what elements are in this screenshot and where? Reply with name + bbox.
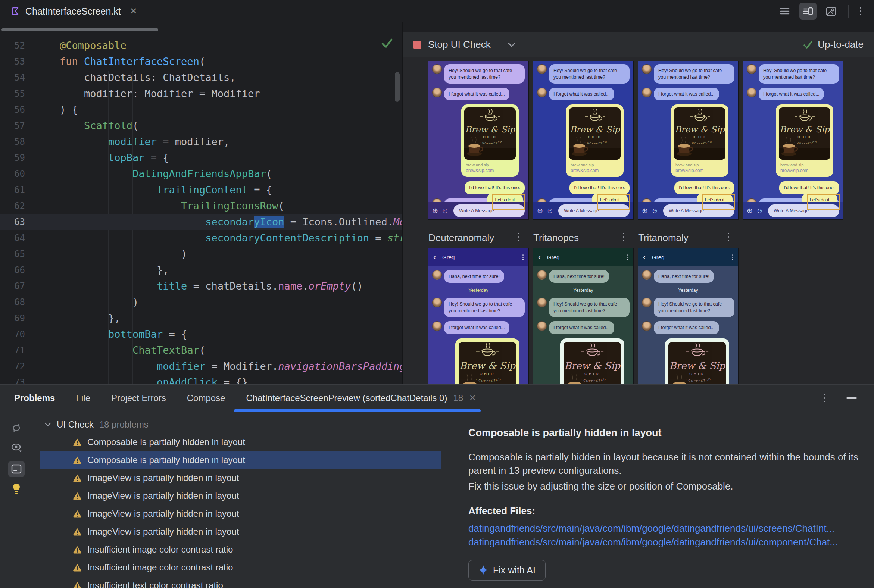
back-icon[interactable]: ‹ xyxy=(643,253,646,261)
code-line[interactable]: 59 topBar = { xyxy=(0,150,402,166)
chat-bubble-incoming: I forgot what it was called... xyxy=(759,88,824,100)
chat-screen-preview[interactable]: ‹GregHaha, next time for sure!YesterdayH… xyxy=(638,249,738,384)
code-line[interactable]: 61 trailingContent = { xyxy=(0,182,402,198)
code-line[interactable]: 71 ChatTextBar( xyxy=(0,342,402,358)
emoji-icon[interactable]: ☺ xyxy=(651,207,658,214)
problems-group-header[interactable]: UI Check 18 problems xyxy=(33,416,451,433)
problem-item[interactable]: ImageView is partially hidden in layout xyxy=(33,505,451,523)
chevron-down-icon[interactable] xyxy=(508,42,516,47)
chat-title: Greg xyxy=(547,254,627,260)
code-line[interactable]: 64 secondaryContentDescription = strin xyxy=(0,230,402,246)
chat-screen-preview[interactable]: Hey! Should we go to that cafe you menti… xyxy=(428,61,529,219)
refresh-icon[interactable] xyxy=(11,422,23,434)
code-token: TrailingIconsRow xyxy=(181,200,278,212)
preview-toolbar: Stop UI Check Up-to-date xyxy=(402,33,874,57)
code-line[interactable]: 65 ) xyxy=(0,246,402,262)
card-site-name: brew and sip xyxy=(571,163,620,167)
lightbulb-icon[interactable] xyxy=(11,482,22,495)
emoji-icon[interactable]: ☺ xyxy=(442,207,449,214)
tab-uicheck-preview[interactable]: ChatInterfaceScreenPreview (sortedChatDe… xyxy=(246,385,476,411)
tab-project-errors[interactable]: Project Errors xyxy=(111,393,166,403)
problem-item[interactable]: Composable is partially hidden in layout xyxy=(33,433,451,451)
emoji-icon[interactable]: ☺ xyxy=(756,207,763,214)
close-tab-icon[interactable]: ✕ xyxy=(130,6,137,16)
panel-options-icon[interactable] xyxy=(824,394,826,402)
back-icon[interactable]: ‹ xyxy=(433,253,436,261)
code-line[interactable]: 53fun ChatInterfaceScreen( xyxy=(0,53,402,69)
details-view-icon[interactable] xyxy=(8,461,25,477)
problem-item[interactable]: Insufficient text color contrast ratio xyxy=(33,576,451,588)
code-line[interactable]: 69 }, xyxy=(0,310,402,326)
chat-menu-icon[interactable] xyxy=(627,255,628,260)
code-line[interactable]: 58 modifier = modifier, xyxy=(0,134,402,150)
code-line[interactable]: 57 Scaffold( xyxy=(0,117,402,134)
preview-canvas[interactable]: Hey! Should we go to that cafe you menti… xyxy=(402,57,874,384)
split-view-icon[interactable] xyxy=(799,3,817,20)
code-line[interactable]: 62 TrailingIconsRow( xyxy=(0,198,402,214)
stop-icon[interactable] xyxy=(413,40,421,49)
code-line[interactable]: 70 bottomBar = { xyxy=(0,326,402,342)
file-tab[interactable]: ChatInterfaceScreen.kt ✕ xyxy=(0,0,146,22)
problem-item[interactable]: ImageView is partially hidden in layout xyxy=(33,487,451,505)
chat-menu-icon[interactable] xyxy=(523,255,524,260)
problem-item[interactable]: Insufficient image color contrast ratio xyxy=(33,558,451,576)
avatar xyxy=(537,88,547,98)
add-icon[interactable]: ⊕ xyxy=(642,207,648,214)
add-icon[interactable]: ⊕ xyxy=(747,207,753,214)
code-editor[interactable]: 52@Composable53fun ChatInterfaceScreen(5… xyxy=(0,22,402,384)
code-text: onAddClick = {} xyxy=(56,376,248,384)
code-line[interactable]: 54 chatDetails: ChatDetails, xyxy=(0,69,402,86)
chat-screen-preview[interactable]: ‹GregHaha, next time for sure!YesterdayH… xyxy=(533,249,633,384)
tab-file[interactable]: File xyxy=(76,393,90,403)
avatar xyxy=(642,298,652,308)
more-options-icon[interactable] xyxy=(860,7,861,15)
code-line[interactable]: 60 DatingAndFriendsAppBar( xyxy=(0,166,402,182)
code-line[interactable]: 72 modifier = Modifier.navigationBarsPad… xyxy=(0,358,402,374)
problem-item[interactable]: ImageView is partially hidden in layout xyxy=(33,469,451,487)
problem-item[interactable]: Insufficient image color contrast ratio xyxy=(33,541,451,558)
chat-screen-preview[interactable]: Hey! Should we go to that cafe you menti… xyxy=(638,61,738,219)
code-token: ( xyxy=(199,344,205,356)
link-preview-card: Brew & Sip— OHID —· COFFEETCHSIDY · xyxy=(560,338,624,384)
chat-bubble-outgoing: I'd love that! It's this one. xyxy=(674,182,734,194)
code-line[interactable]: 52@Composable xyxy=(0,37,402,53)
problem-item[interactable]: Composable is partially hidden in layout xyxy=(33,451,451,469)
code-line[interactable]: 66 }, xyxy=(0,262,402,278)
code-text: secondaryIcon = Icons.Outlined.More xyxy=(56,216,402,228)
code-line[interactable]: 63 secondaryIcon = Icons.Outlined.More xyxy=(0,214,402,230)
add-icon[interactable]: ⊕ xyxy=(432,207,438,214)
affected-file-link[interactable]: datingandfriends/src/main/java/com/ibm/g… xyxy=(469,523,863,534)
preview-options-icon[interactable] xyxy=(623,233,624,241)
chat-screen-preview[interactable]: Hey! Should we go to that cafe you menti… xyxy=(533,61,633,219)
chat-screen-preview[interactable]: ‹GregHaha, next time for sure!YesterdayH… xyxy=(428,249,529,384)
problem-item[interactable]: ImageView is partially hidden in layout xyxy=(33,523,451,541)
code-line[interactable]: 67 title = chatDetails.name.orEmpty() xyxy=(0,278,402,294)
inspections-ok-icon[interactable] xyxy=(381,38,393,48)
chat-menu-icon[interactable] xyxy=(732,255,733,260)
code-line[interactable]: 56) { xyxy=(0,102,402,117)
emoji-icon[interactable]: ☺ xyxy=(546,207,553,214)
problems-panel-title[interactable]: Problems xyxy=(14,393,55,404)
design-view-icon[interactable] xyxy=(825,5,837,17)
code-line[interactable]: 68 ) xyxy=(0,294,402,310)
editor-scrollbar[interactable] xyxy=(395,72,400,102)
chat-screen-preview[interactable]: Hey! Should we go to that cafe you menti… xyxy=(743,61,843,219)
problem-title: Composable is partially hidden in layout xyxy=(469,427,863,439)
back-icon[interactable]: ‹ xyxy=(538,253,541,261)
affected-file-link[interactable]: datingandfriends/src/main/java/com/ibm/g… xyxy=(469,537,863,548)
tab-compose[interactable]: Compose xyxy=(187,393,225,403)
preview-options-icon[interactable] xyxy=(518,233,520,241)
tab-scroll-indicator[interactable] xyxy=(2,28,158,31)
add-icon[interactable]: ⊕ xyxy=(537,207,543,214)
preview-filter-eye-icon[interactable] xyxy=(11,442,23,454)
code-token: topBar xyxy=(108,152,145,164)
chevron-down-icon[interactable] xyxy=(44,422,51,427)
code-line[interactable]: 73 onAddClick = {} xyxy=(0,374,402,384)
code-view-icon[interactable] xyxy=(779,5,791,17)
stop-ui-check-button[interactable]: Stop UI Check xyxy=(428,39,491,50)
code-line[interactable]: 55 modifier: Modifier = Modifier xyxy=(0,86,402,102)
fix-with-ai-button[interactable]: Fix with AI xyxy=(469,560,546,580)
hide-panel-icon[interactable] xyxy=(846,398,857,399)
close-tab-icon[interactable]: ✕ xyxy=(469,393,476,403)
preview-options-icon[interactable] xyxy=(728,233,729,241)
